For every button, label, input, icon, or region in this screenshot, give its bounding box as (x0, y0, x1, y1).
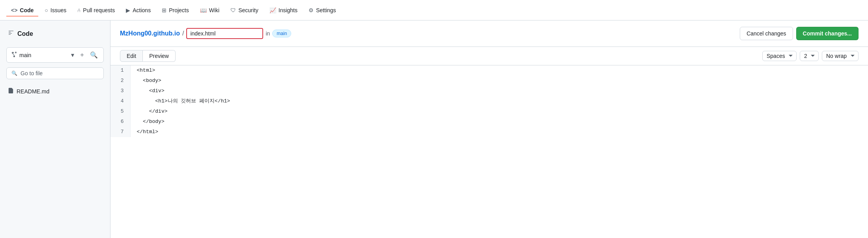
main-layout: Code main ▾ ＋ 🔍 🔍 README.md (0, 20, 868, 238)
line-number: 3 (110, 86, 130, 96)
line-content[interactable]: <h1>나의 깃허브 페이지</h1> (130, 96, 868, 106)
line-content[interactable]: <body> (130, 76, 868, 86)
file-search-box[interactable]: 🔍 (6, 67, 104, 79)
breadcrumb: MzHong00.github.io / in main (120, 28, 291, 39)
nav-label-wiki: Wiki (209, 7, 219, 13)
security-icon: 🛡 (230, 7, 236, 13)
line-number: 6 (110, 117, 130, 127)
sidebar-code-icon (8, 30, 14, 38)
nav-item-insights[interactable]: 📈 Insights (265, 4, 302, 17)
branch-selector-actions: ▾ ＋ 🔍 (70, 50, 99, 60)
breadcrumb-repo[interactable]: MzHong00.github.io (120, 30, 180, 37)
editor-toolbar: Edit Preview Spaces 2 No wrap (110, 47, 868, 65)
cancel-changes-button[interactable]: Cancel changes (740, 27, 793, 40)
table-row: 2 <body> (110, 76, 868, 86)
sidebar-header: Code (6, 27, 104, 41)
file-name: README.md (17, 88, 49, 95)
sidebar-title: Code (17, 30, 33, 37)
nav-item-projects[interactable]: ⊞ Projects (157, 4, 194, 17)
branch-badge: main (272, 30, 291, 37)
editor-header: MzHong00.github.io / in main Cancel chan… (110, 20, 868, 47)
list-item[interactable]: README.md (6, 86, 104, 97)
line-content[interactable]: </body> (130, 117, 868, 127)
nav-item-code[interactable]: <> Code (6, 4, 38, 17)
table-row: 4 <h1>나의 깃허브 페이지</h1> (110, 96, 868, 106)
line-number: 5 (110, 106, 130, 117)
code-lines: 1<html>2 <body>3 <div>4 <h1>나의 깃허브 페이지</… (110, 65, 868, 137)
table-row: 7</html> (110, 127, 868, 137)
line-content[interactable]: </div> (130, 106, 868, 117)
branch-selector[interactable]: main ▾ ＋ 🔍 (6, 47, 104, 63)
new-branch-button[interactable]: ＋ (78, 50, 86, 60)
line-number: 4 (110, 96, 130, 106)
top-nav: <> Code ○ Issues ⑃ Pull requests ▶ Actio… (0, 0, 868, 20)
line-number: 7 (110, 127, 130, 137)
insights-icon: 📈 (269, 7, 276, 13)
projects-icon: ⊞ (162, 7, 166, 13)
nav-item-security[interactable]: 🛡 Security (226, 4, 263, 17)
breadcrumb-separator: / (182, 30, 184, 37)
tab-preview[interactable]: Preview (143, 50, 176, 62)
code-editor[interactable]: 1<html>2 <body>3 <div>4 <h1>나의 깃허브 페이지</… (110, 65, 868, 238)
file-icon (8, 88, 13, 95)
nav-label-insights: Insights (279, 7, 297, 13)
branch-icon (11, 52, 17, 58)
nav-item-settings[interactable]: ⚙ Settings (304, 4, 341, 17)
line-content[interactable]: <div> (130, 86, 868, 96)
pull-requests-icon: ⑃ (77, 7, 80, 13)
editor-options: Spaces 2 No wrap (762, 51, 859, 61)
wiki-icon: 📖 (200, 7, 207, 13)
branch-dropdown-button[interactable]: ▾ (70, 50, 75, 60)
nav-label-pull-requests: Pull requests (83, 7, 115, 13)
nav-label-security: Security (238, 7, 258, 13)
search-icon: 🔍 (11, 71, 17, 76)
nav-label-issues: Issues (51, 7, 66, 13)
nav-item-issues[interactable]: ○ Issues (40, 4, 71, 17)
nav-label-projects: Projects (169, 7, 189, 13)
nav-item-wiki[interactable]: 📖 Wiki (195, 4, 224, 17)
wrap-select[interactable]: No wrap (822, 51, 859, 61)
tab-group: Edit Preview (120, 50, 176, 62)
table-row: 3 <div> (110, 86, 868, 96)
editor-area: MzHong00.github.io / in main Cancel chan… (110, 20, 868, 238)
nav-item-pull-requests[interactable]: ⑃ Pull requests (73, 4, 120, 17)
issues-icon: ○ (45, 7, 48, 13)
header-actions: Cancel changes Commit changes... (740, 27, 859, 40)
table-row: 6 </body> (110, 117, 868, 127)
branch-name: main (19, 52, 31, 58)
nav-item-actions[interactable]: ▶ Actions (121, 4, 155, 17)
spaces-select[interactable]: Spaces (762, 51, 797, 61)
filename-input[interactable] (186, 28, 263, 39)
line-content[interactable]: </html> (130, 127, 868, 137)
line-number: 2 (110, 76, 130, 86)
table-row: 5 </div> (110, 106, 868, 117)
branch-selector-left: main (11, 52, 31, 58)
search-branch-button[interactable]: 🔍 (89, 50, 99, 60)
settings-icon: ⚙ (309, 7, 314, 13)
nav-label-settings: Settings (316, 7, 336, 13)
commit-changes-button[interactable]: Commit changes... (796, 27, 859, 40)
line-number: 1 (110, 65, 130, 76)
actions-icon: ▶ (126, 7, 130, 13)
sidebar: Code main ▾ ＋ 🔍 🔍 README.md (0, 20, 110, 238)
nav-label-actions: Actions (133, 7, 151, 13)
breadcrumb-in: in (266, 30, 270, 37)
table-row: 1<html> (110, 65, 868, 76)
search-input[interactable] (21, 70, 99, 76)
line-content[interactable]: <html> (130, 65, 868, 76)
tab-edit[interactable]: Edit (120, 50, 143, 62)
nav-label-code: Code (20, 7, 34, 13)
code-icon: <> (11, 7, 17, 13)
indent-select[interactable]: 2 (800, 51, 819, 61)
